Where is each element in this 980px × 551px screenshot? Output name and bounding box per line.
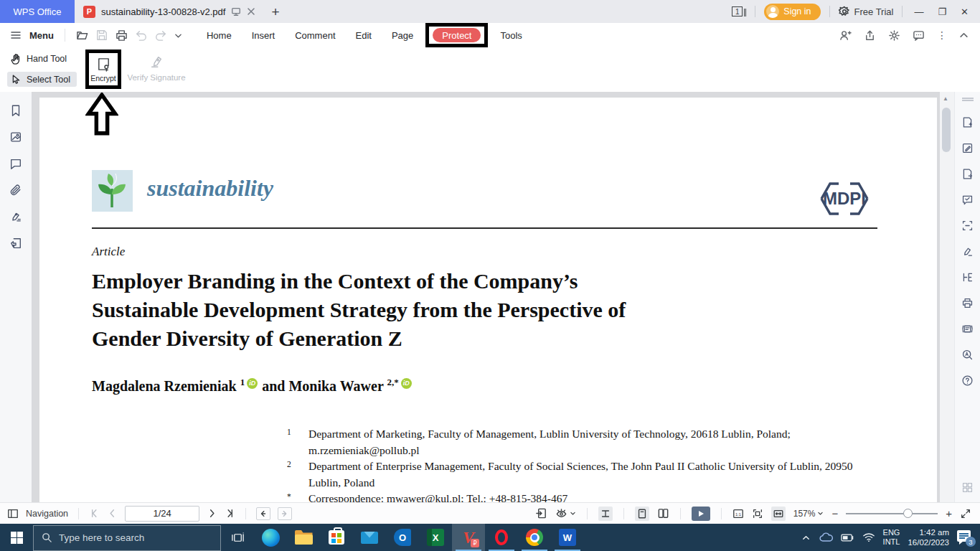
encrypt-icon[interactable] bbox=[96, 57, 111, 72]
bookmarks-icon[interactable] bbox=[9, 104, 22, 117]
tab-tools[interactable]: Tools bbox=[490, 26, 532, 45]
annotate-document-icon[interactable] bbox=[961, 194, 974, 206]
scrollbar-thumb[interactable] bbox=[942, 108, 951, 152]
zoom-in-button[interactable]: + bbox=[946, 507, 952, 519]
select-area-icon[interactable] bbox=[961, 220, 974, 232]
tab-edit[interactable]: Edit bbox=[346, 26, 382, 45]
last-page-icon[interactable] bbox=[225, 508, 235, 519]
taskbar-search-box[interactable] bbox=[33, 525, 221, 551]
help-icon[interactable] bbox=[961, 375, 974, 387]
close-tab-icon[interactable] bbox=[247, 7, 255, 16]
taskbar-opera[interactable] bbox=[485, 524, 518, 551]
restore-button[interactable]: ❐ bbox=[938, 6, 946, 17]
encrypt-label[interactable]: Encrypt bbox=[90, 74, 116, 83]
language-indicator[interactable]: ENG INTL bbox=[883, 528, 900, 547]
collapse-ribbon-icon[interactable] bbox=[959, 31, 969, 40]
booklet-view-icon[interactable] bbox=[961, 323, 974, 335]
export-document-icon[interactable] bbox=[961, 168, 974, 180]
single-page-view-button[interactable] bbox=[635, 507, 649, 521]
tab-page[interactable]: Page bbox=[382, 26, 423, 45]
menu-label[interactable]: Menu bbox=[29, 30, 54, 41]
actual-size-icon[interactable]: 1:1 bbox=[732, 508, 744, 519]
invite-user-icon[interactable] bbox=[839, 29, 852, 42]
back-view-button[interactable] bbox=[256, 507, 270, 520]
battery-icon[interactable] bbox=[841, 533, 854, 542]
document-viewport[interactable]: sustainability MDPI Article Employer Bra… bbox=[32, 92, 954, 502]
more-options-icon[interactable]: ⋮ bbox=[937, 29, 947, 41]
window-manager-icon[interactable]: 1 bbox=[732, 6, 746, 17]
thumbnails-icon[interactable] bbox=[9, 131, 22, 143]
taskbar-outlook[interactable]: O bbox=[386, 524, 419, 551]
notification-center-button[interactable]: 3 bbox=[957, 529, 974, 545]
print-panel-icon[interactable] bbox=[961, 297, 974, 309]
task-view-button[interactable] bbox=[221, 524, 254, 551]
tray-expand-icon[interactable] bbox=[801, 533, 811, 542]
wifi-icon[interactable] bbox=[862, 532, 875, 542]
zoom-percentage[interactable]: 157% bbox=[793, 509, 816, 519]
chevron-down-icon[interactable] bbox=[174, 32, 182, 39]
clock[interactable]: 1:42 am 16/02/2023 bbox=[908, 527, 949, 547]
share-icon[interactable] bbox=[864, 29, 876, 42]
previous-page-icon[interactable] bbox=[107, 508, 118, 519]
save-icon[interactable] bbox=[96, 29, 108, 41]
present-icon[interactable] bbox=[231, 6, 241, 17]
apps-grid-icon[interactable] bbox=[961, 481, 974, 494]
taskbar-wps-pdf[interactable]: V₽ bbox=[452, 524, 485, 551]
forward-view-button[interactable] bbox=[278, 507, 292, 520]
signature-panel-icon[interactable] bbox=[9, 210, 22, 223]
open-file-icon[interactable] bbox=[76, 29, 88, 42]
page-number-input[interactable] bbox=[125, 506, 199, 522]
continuous-scroll-button[interactable] bbox=[598, 507, 613, 521]
auto-scroll-icon[interactable] bbox=[535, 507, 547, 519]
split-view-icon[interactable] bbox=[961, 271, 974, 283]
select-tool-button[interactable]: Select Tool bbox=[7, 72, 77, 87]
fit-page-icon[interactable] bbox=[752, 508, 763, 519]
sign-in-button[interactable]: Sign in bbox=[764, 4, 820, 20]
first-page-icon[interactable] bbox=[89, 508, 100, 519]
redo-icon[interactable] bbox=[155, 29, 166, 41]
taskbar-store[interactable] bbox=[320, 524, 353, 551]
new-document-icon[interactable] bbox=[961, 116, 974, 128]
taskbar-word[interactable]: W bbox=[551, 524, 584, 551]
hand-tool-button[interactable]: Hand Tool bbox=[10, 53, 67, 65]
navigation-label[interactable]: Navigation bbox=[26, 509, 68, 519]
undo-icon[interactable] bbox=[136, 29, 147, 41]
fit-width-button[interactable] bbox=[771, 507, 786, 521]
verify-signature-button[interactable]: Verify Signature bbox=[123, 55, 189, 82]
tab-insert[interactable]: Insert bbox=[242, 26, 286, 45]
navigation-panel-icon[interactable] bbox=[7, 508, 19, 519]
taskbar-file-explorer[interactable] bbox=[287, 524, 320, 551]
start-button[interactable] bbox=[0, 524, 33, 551]
tab-comment[interactable]: Comment bbox=[285, 26, 345, 45]
fullscreen-icon[interactable] bbox=[960, 508, 971, 519]
zoom-caret-icon[interactable] bbox=[817, 510, 824, 517]
sign-document-icon[interactable] bbox=[961, 245, 974, 258]
eye-protection-button[interactable] bbox=[555, 507, 576, 519]
document-tab[interactable]: P sustainability-13-00828-v2.pdf bbox=[75, 0, 264, 23]
export-to-word-icon[interactable] bbox=[9, 237, 22, 250]
search-text-icon[interactable] bbox=[961, 349, 974, 361]
free-trial-button[interactable]: Free Trial bbox=[839, 6, 894, 17]
zoom-out-button[interactable]: − bbox=[831, 507, 838, 519]
onedrive-icon[interactable] bbox=[819, 532, 833, 543]
panel-drag-handle[interactable] bbox=[962, 98, 974, 101]
taskbar-mail[interactable] bbox=[353, 524, 386, 551]
print-icon[interactable] bbox=[116, 29, 128, 42]
attachments-icon[interactable] bbox=[9, 184, 22, 197]
taskbar-chrome[interactable] bbox=[518, 524, 551, 551]
two-page-view-icon[interactable] bbox=[657, 507, 669, 519]
next-page-icon[interactable] bbox=[207, 508, 217, 519]
tab-home[interactable]: Home bbox=[197, 26, 242, 45]
tab-protect[interactable]: Protect bbox=[433, 28, 481, 42]
taskbar-excel[interactable]: X bbox=[419, 524, 452, 551]
zoom-slider[interactable] bbox=[846, 509, 938, 519]
new-tab-button[interactable]: + bbox=[271, 5, 279, 19]
edit-page-icon[interactable] bbox=[961, 142, 974, 154]
close-button[interactable]: ✕ bbox=[961, 6, 969, 17]
feedback-icon[interactable] bbox=[913, 29, 925, 42]
scroll-up-arrow-icon[interactable]: ▲ bbox=[943, 95, 948, 102]
taskbar-edge[interactable] bbox=[254, 524, 287, 551]
zoom-slider-thumb[interactable] bbox=[903, 509, 913, 518]
minimize-button[interactable]: — bbox=[914, 6, 923, 17]
search-input[interactable] bbox=[59, 532, 212, 543]
